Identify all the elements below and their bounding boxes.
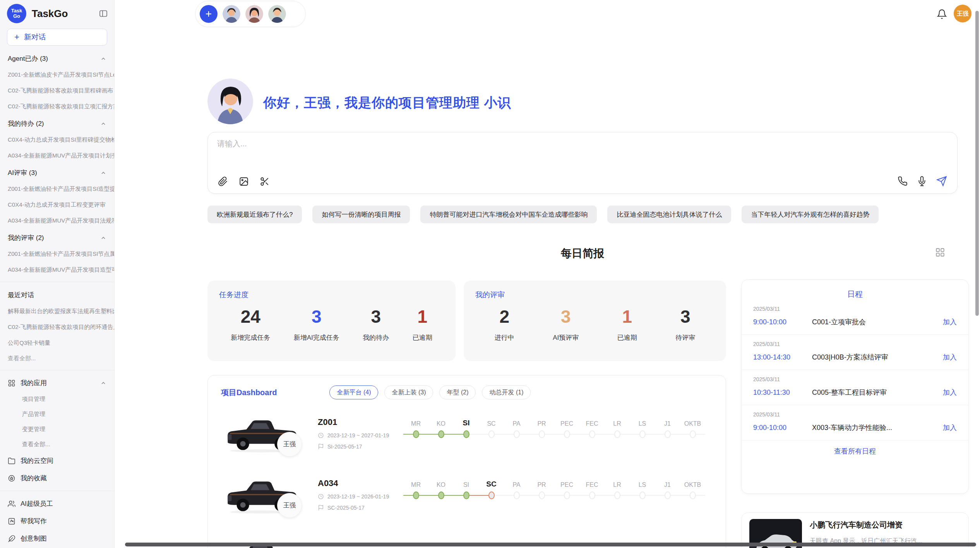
chevron-up-icon[interactable] — [100, 56, 106, 62]
section-my-review[interactable]: 我的评审 (2) — [0, 229, 114, 246]
project-info: A034 2023-12-19 ~ 2026-01-19 SC-2025-05-… — [318, 478, 389, 511]
sidebar-item-help-me-write[interactable]: 帮我写作 — [0, 512, 114, 530]
app-item-change-management[interactable]: 变更管理 — [0, 422, 114, 437]
plus-icon: + — [14, 33, 19, 41]
new-chat-label: 新对话 — [24, 32, 46, 42]
avatar[interactable] — [223, 5, 240, 23]
list-item[interactable]: A034-全新新能源MUV产品开发项目计划变更表编写 — [0, 148, 114, 164]
milestone-dot — [639, 430, 646, 438]
chat-input[interactable] — [217, 139, 948, 163]
list-item[interactable]: A034-全新新能源MUV产品开发项目法规符合性评审 — [0, 213, 114, 229]
project-milestone-flag: SC-2025-05-17 — [318, 505, 389, 511]
list-item[interactable]: C0X4-动力总成开发项目SI里程碑提交物检查 — [0, 132, 114, 148]
microphone-icon[interactable] — [917, 176, 927, 186]
schedule-item[interactable]: 2025/03/11 9:00-10:00 X003-车辆动力学性能验... 加… — [742, 405, 968, 440]
new-chat-button[interactable]: + 新对话 — [7, 29, 107, 46]
my-review-stats: 2 进行中 3 AI预评审 1 已逾期 3 待评审 — [475, 305, 714, 342]
filter-powertrain[interactable]: 动总开发 (1) — [482, 385, 531, 399]
date-range: 2023-12-19 ~ 2027-01-19 — [327, 432, 389, 438]
app-item-product-management[interactable]: 产品管理 — [0, 407, 114, 422]
filter-new-body[interactable]: 全新上装 (3) — [384, 385, 433, 399]
project-owner-badge: 王强 — [277, 432, 302, 457]
view-all-conversations[interactable]: 查看全部... — [0, 351, 114, 366]
schedule-item[interactable]: 2025/03/11 13:00-14:30 C003|H0B-方案冻结评审 加… — [742, 335, 968, 370]
app-item-project-management[interactable]: 项目管理 — [0, 392, 114, 407]
sidebar-collapse-icon[interactable] — [99, 9, 108, 18]
filter-new-platform[interactable]: 全新平台 (4) — [329, 385, 378, 399]
stat-value: 24 — [231, 305, 270, 328]
input-tools-right — [898, 176, 947, 187]
join-link[interactable]: 加入 — [943, 423, 957, 432]
section-title: Agent已办 (3) — [8, 54, 48, 63]
chevron-up-icon[interactable] — [100, 121, 106, 127]
sidebar-item-my-cloud[interactable]: 我的云空间 — [0, 452, 114, 469]
view-all-apps[interactable]: 查看全部... — [0, 437, 114, 452]
list-item[interactable]: C02-飞腾新能源轻客改款项目里程碑画布 — [0, 83, 114, 99]
project-row[interactable]: 王强 Z001 2023-12-19 ~ 2027-01-19 SI-2025-… — [208, 409, 726, 470]
suggestion-chip[interactable]: 如何写一份清晰的项目周报 — [312, 206, 410, 223]
filter-model-year[interactable]: 年型 (2) — [439, 385, 476, 399]
chevron-up-icon[interactable] — [100, 235, 106, 241]
horizontal-scrollbar[interactable] — [125, 543, 976, 546]
section-ai-review[interactable]: AI评审 (3) — [0, 164, 114, 181]
divider — [0, 491, 114, 491]
list-item[interactable]: A034-全新新能源MUV产品开发项目造型可行性评审 — [0, 262, 114, 278]
user-avatar[interactable]: 王强 — [954, 5, 971, 22]
avatar[interactable] — [245, 5, 263, 23]
avatar[interactable] — [268, 5, 286, 23]
list-item[interactable]: C02-飞腾新能源轻客改款项目立项汇报方案 — [0, 99, 114, 115]
layout-grid-icon[interactable] — [935, 247, 945, 257]
list-item[interactable]: Z001-全新燃油轻卡产品开发项目SI节点属性5D文件评审 — [0, 246, 114, 262]
section-title: 我的评审 (2) — [8, 233, 44, 242]
attachment-icon[interactable] — [218, 176, 228, 187]
scissors-icon[interactable] — [260, 176, 270, 187]
schedule-date: 2025/03/11 — [753, 376, 957, 382]
milestone-dot — [589, 430, 595, 438]
project-row[interactable]: 王强 A034 2023-12-19 ~ 2026-01-19 SC-2025-… — [208, 470, 726, 531]
schedule-time: 13:00-14:30 — [753, 353, 812, 361]
join-link[interactable]: 加入 — [943, 317, 957, 327]
chevron-up-icon[interactable] — [100, 380, 106, 386]
milestone-si: SI — [454, 478, 479, 500]
milestone-dot — [463, 491, 469, 499]
section-my-todo[interactable]: 我的待办 (2) — [0, 115, 114, 132]
stat-label: 进行中 — [495, 333, 514, 342]
divider — [0, 370, 114, 370]
milestone-fec: FEC — [579, 416, 605, 438]
sidebar-item-creative-drawing[interactable]: 创意制图 — [0, 530, 114, 547]
phone-icon[interactable] — [898, 176, 908, 186]
suggestion-chip[interactable]: 当下年轻人对汽车外观有怎样的喜好趋势 — [742, 206, 879, 223]
stat-value: 3 — [675, 305, 695, 328]
milestone-ko: KO — [428, 478, 454, 500]
sidebar-item-my-apps[interactable]: 我的应用 — [0, 374, 114, 392]
join-link[interactable]: 加入 — [943, 388, 957, 397]
suggestion-chip[interactable]: 比亚迪全固态电池计划具体说了什么 — [607, 206, 731, 223]
section-title: AI评审 (3) — [8, 168, 37, 177]
recent-conversation-item[interactable]: 解释最新出台的欧盟报废车法规再生塑料比例被调至15%... — [0, 303, 114, 319]
list-item[interactable]: Z001-全新燃油轻卡产品开发项目SI造型提交物评审 — [0, 181, 114, 197]
schedule-item[interactable]: 2025/03/11 9:00-10:00 C001-立项审批会 加入 — [742, 300, 968, 335]
recent-conversation-item[interactable]: C02-飞腾新能源轻客改款项目的闭环通告反馈情况 — [0, 319, 114, 335]
list-item[interactable]: C0X4-动力总成开发项目工程变更评审 — [0, 197, 114, 213]
stat-value: 3 — [294, 305, 339, 328]
suggestion-chip[interactable]: 欧洲新规最近颁布了什么? — [207, 206, 302, 223]
image-icon[interactable] — [239, 176, 249, 187]
sidebar-header: Task Go TaskGo — [0, 0, 114, 26]
vertical-scrollbar[interactable] — [975, 11, 979, 316]
join-link[interactable]: 加入 — [943, 353, 957, 362]
sidebar-item-my-favorites[interactable]: 我的收藏 — [0, 469, 114, 487]
view-all-schedule-link[interactable]: 查看所有日程 — [742, 440, 968, 462]
notification-bell-icon[interactable] — [937, 9, 947, 19]
project-dates: 2023-12-19 ~ 2026-01-19 — [318, 493, 389, 500]
milestone-pr: PR — [529, 416, 554, 438]
section-agent-done[interactable]: Agent已办 (3) — [0, 50, 114, 67]
suggestion-chip[interactable]: 特朗普可能对进口汽车增税会对中国车企造成哪些影响 — [420, 206, 597, 223]
new-agent-button[interactable] — [200, 5, 218, 23]
schedule-item[interactable]: 2025/03/11 10:30-11:30 C005-整车工程目标评审 加入 — [742, 370, 968, 405]
sidebar-item-ai-super-staff[interactable]: AI超级员工 — [0, 495, 114, 512]
send-icon[interactable] — [936, 176, 947, 187]
chevron-up-icon[interactable] — [100, 170, 106, 176]
my-review-title: 我的评审 — [475, 290, 714, 300]
recent-conversation-item[interactable]: 公司Q3轻卡销量 — [0, 335, 114, 351]
list-item[interactable]: Z001-全新燃油皮卡产品开发项目SI节点Lesson Learn报告 — [0, 67, 114, 83]
